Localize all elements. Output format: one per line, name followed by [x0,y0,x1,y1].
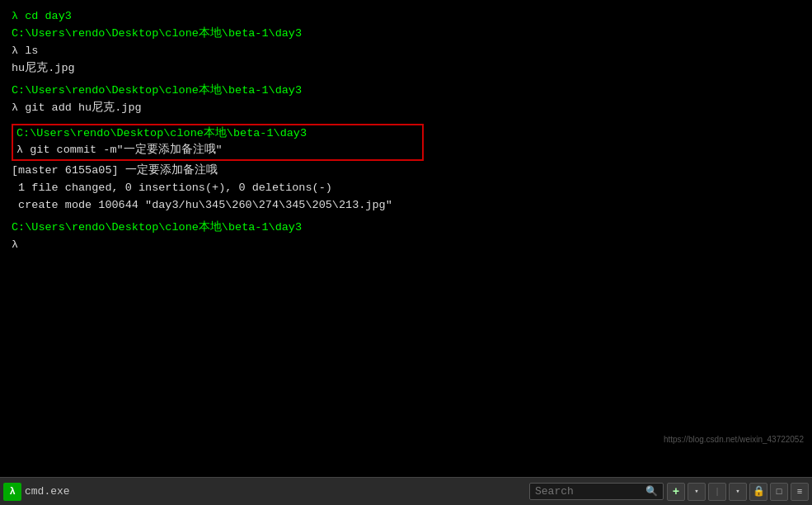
split-chevron-button[interactable]: ▾ [729,483,747,501]
terminal-statusbar: λ cmd.exe 🔍 + ▾ | ▾ 🔒 □ ≡ [0,477,812,505]
window-button[interactable]: □ [770,483,788,501]
line-path3: C:\Users\rendo\Desktop\clone本地\beta-1\da… [16,125,419,143]
split-button[interactable]: | [708,483,726,501]
search-box[interactable]: 🔍 [529,483,664,500]
statusbar-lambda-icon: λ [3,483,21,501]
statusbar-buttons: + ▾ | ▾ 🔒 □ ≡ [667,483,809,501]
line-out3: 1 file changed, 0 insertions(+), 0 delet… [12,180,804,197]
line-out2: [master 6155a05] 一定要添加备注哦 [12,163,804,180]
line-cmd2: λ ls [12,43,804,60]
line-cmd3: λ git add hu尼克.jpg [12,100,804,117]
line-path2: C:\Users\rendo\Desktop\clone本地\beta-1\da… [12,83,804,100]
line-prompt: λ [12,237,804,254]
lock-button[interactable]: 🔒 [749,483,767,501]
add-chevron-button[interactable]: ▾ [688,483,706,501]
statusbar-title: cmd.exe [25,485,526,498]
terminal-body[interactable]: λ cd day3 C:\Users\rendo\Desktop\clone本地… [0,0,812,477]
terminal-window: λ cd day3 C:\Users\rendo\Desktop\clone本地… [0,0,812,505]
search-icon: 🔍 [645,485,658,498]
menu-button[interactable]: ≡ [791,483,809,501]
line-path1: C:\Users\rendo\Desktop\clone本地\beta-1\da… [12,26,804,43]
line-out4: create mode 100644 "day3/hu\345\260\274\… [12,197,804,215]
search-input[interactable] [535,485,642,498]
line-out1: hu尼克.jpg [12,60,804,78]
line-path4: C:\Users\rendo\Desktop\clone本地\beta-1\da… [12,219,804,237]
add-button[interactable]: + [667,483,685,501]
line-cmd1: λ cd day3 [12,8,804,26]
line-cmd4: λ git commit -m"一定要添加备注哦" [16,142,419,159]
watermark: https://blog.csdn.net/weixin_43722052 [664,435,804,444]
highlight-block: C:\Users\rendo\Desktop\clone本地\beta-1\da… [12,124,424,162]
